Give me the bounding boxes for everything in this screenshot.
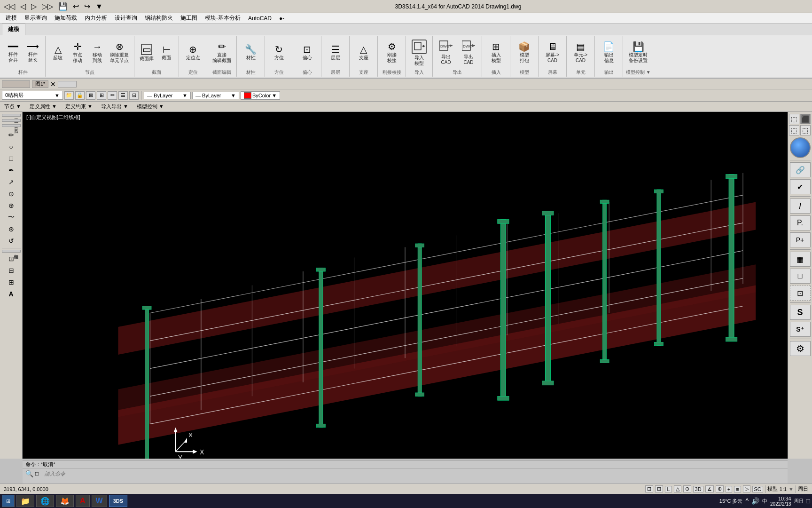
status-dyn-icon[interactable]: + xyxy=(726,486,732,492)
qa-btn-more[interactable]: ▼ xyxy=(94,1,105,12)
taskbar-acrobat-btn[interactable]: A xyxy=(76,495,90,507)
qa-btn-next[interactable]: ▷ xyxy=(29,1,39,12)
btn-screen-cad[interactable]: 🖥 屏幕->CAD xyxy=(543,37,562,68)
btn-import[interactable]: 导入模型 xyxy=(409,37,429,68)
menu-load[interactable]: 施加荷载 xyxy=(51,13,81,23)
taskbar-start-btn[interactable]: ⊞ xyxy=(2,495,15,507)
right-tool-pen-plus[interactable]: P+ xyxy=(790,232,811,247)
status-polar-icon[interactable]: △ xyxy=(674,485,681,492)
status-osnap-icon[interactable]: ⊙ xyxy=(683,485,691,492)
menu-display[interactable]: 显示查询 xyxy=(21,13,51,23)
btn-remove-dup[interactable]: ⊗ 刷除重复单元节点 xyxy=(108,37,131,68)
status-snap-icon[interactable]: ⊡ xyxy=(645,485,653,492)
side-label-length[interactable]: 长度 xyxy=(2,119,21,122)
right-tool-box-dotted[interactable]: ⊡ xyxy=(790,286,811,301)
qa-btn-save[interactable]: 💾 xyxy=(56,1,70,12)
btn-output[interactable]: 📄 输出信息 xyxy=(600,37,618,68)
tab-build[interactable]: 建模 xyxy=(2,24,25,35)
status-sc-icon[interactable]: SC xyxy=(752,486,763,492)
menu-build[interactable]: 建模 xyxy=(2,13,21,23)
right-tool-box-solid[interactable]: □ xyxy=(790,269,811,284)
taskbar-up-icon[interactable]: ^ xyxy=(745,497,749,505)
right-tool-s-plus[interactable]: S⁺ xyxy=(790,322,811,337)
btn-offset[interactable]: ⊡ 偏心 xyxy=(298,37,317,68)
btn-orientation[interactable]: ↻ 方位 xyxy=(270,37,289,68)
status-qp-icon[interactable]: ▷ xyxy=(743,485,750,492)
draw-tool-arrow[interactable]: ↗ xyxy=(2,176,21,188)
side-label-steelframe[interactable]: 钢竖框 xyxy=(2,250,21,253)
draw-tool-crosshair[interactable]: ⊕ xyxy=(2,200,21,211)
taskbar-word-btn[interactable]: W xyxy=(92,495,107,507)
draw-tool-pencil[interactable]: ✒ xyxy=(2,165,21,176)
draw-tool-circle[interactable]: ○ xyxy=(2,141,21,152)
btn-locate[interactable]: ⊕ 定位点 xyxy=(184,37,203,68)
draw-tool-box3[interactable]: ⊞ xyxy=(2,277,21,288)
status-3dsnap-icon[interactable]: 3D xyxy=(693,486,703,492)
draw-tool-box2[interactable]: ⊟ xyxy=(2,265,21,276)
draw-tool-wave[interactable]: 〜 xyxy=(2,212,21,223)
status-ortho-icon[interactable]: L xyxy=(665,486,671,492)
right-tool-pen[interactable]: P. xyxy=(790,215,811,230)
status-grid-icon[interactable]: ⊞ xyxy=(655,485,663,492)
layer-btn-delete[interactable]: ⊠ xyxy=(86,91,95,100)
draw-tool-rect[interactable]: □ xyxy=(2,153,21,164)
layer-btn-lock[interactable]: 🔒 xyxy=(75,91,85,100)
side-label-project[interactable]: 项目位置 xyxy=(2,114,21,117)
toolbar-import-export-btn[interactable]: 导入导出 ▼ xyxy=(99,102,131,111)
view-bottom-right[interactable]: ⬚ xyxy=(789,125,799,135)
right-tool-grid[interactable]: ▦ xyxy=(790,252,811,267)
qa-btn-undo[interactable]: ↩ xyxy=(71,1,81,12)
right-tool-text[interactable]: I xyxy=(790,198,811,214)
status-lweight-icon[interactable]: ≡ xyxy=(734,486,741,492)
layer-bycolor[interactable]: ByColor ▼ xyxy=(241,91,280,100)
status-ducs-icon[interactable]: ⊕ xyxy=(716,485,724,492)
btn-connection[interactable]: ⚙ 刚接校接 xyxy=(383,37,401,68)
draw-tool-spiral[interactable]: ⊛ xyxy=(2,223,21,235)
tab-item-1[interactable]: 图1* xyxy=(32,80,48,88)
layer-btn-folder[interactable]: 📁 xyxy=(64,91,74,100)
btn-edit-section[interactable]: ✏ 直接编辑截面 xyxy=(210,37,234,68)
menu-module[interactable]: 模块-基本分析 xyxy=(201,13,244,23)
btn-floor[interactable]: ☰ 层层 xyxy=(326,37,345,68)
view-bottom-left[interactable]: ⬚ xyxy=(800,125,811,135)
menu-autocad[interactable]: AutoCAD xyxy=(244,14,275,23)
toolbar-node-btn[interactable]: 节点 ▼ xyxy=(2,102,23,111)
right-tool-link[interactable]: 🔗 xyxy=(790,162,811,177)
menu-drawing[interactable]: 施工图 xyxy=(177,13,201,23)
draw-tool-arc[interactable]: ↺ xyxy=(2,235,21,246)
status-otrack-icon[interactable]: ∡ xyxy=(705,485,714,492)
draw-tool-pen[interactable]: ✏ xyxy=(2,129,21,141)
taskbar-firefox-btn[interactable]: 🦊 xyxy=(56,495,74,507)
taskbar-show-desktop-btn[interactable]: □ xyxy=(806,497,810,505)
menu-analysis[interactable]: 内力分析 xyxy=(81,13,111,23)
layer-btn-minus[interactable]: ⊟ xyxy=(129,91,139,100)
close-tab-btn[interactable]: ✕ xyxy=(50,80,56,88)
view-top-right[interactable]: ⬚ xyxy=(789,114,799,124)
qa-btn-fwd[interactable]: ▷▷ xyxy=(40,1,55,12)
side-label-node[interactable]: 节点 xyxy=(2,124,21,127)
menu-extra[interactable]: ●- xyxy=(275,14,288,23)
btn-export-cad2[interactable]: DWC 导出CAD xyxy=(458,37,479,68)
layer-btn-add[interactable]: ⊞ xyxy=(97,91,106,100)
taskbar-3ds-btn[interactable]: 3DS xyxy=(109,495,127,507)
btn-merge[interactable]: ━━ 杆件合并 xyxy=(4,37,23,68)
command-expand-icon[interactable]: □ xyxy=(35,470,43,477)
btn-move-node[interactable]: ✛ 节点移动 xyxy=(68,37,87,68)
btn-material[interactable]: 🔧 材性 xyxy=(242,37,260,68)
btn-model-backup[interactable]: 💾 模型定时备份设置 xyxy=(626,37,650,68)
toolbar-model-ctrl-btn[interactable]: 模型控制 ▼ xyxy=(134,102,166,111)
menu-fire[interactable]: 钢结构防火 xyxy=(141,13,177,23)
btn-export-cad[interactable]: DWG 导出CAD xyxy=(436,37,456,68)
taskbar-browser-btn[interactable]: 🌐 xyxy=(36,495,54,507)
btn-section[interactable]: ⊢ 截面 xyxy=(157,37,176,68)
qa-btn-back[interactable]: ◁◁ xyxy=(2,1,17,12)
right-tool-settings[interactable]: ⚙ xyxy=(790,341,811,356)
taskbar-explorer-btn[interactable]: 📁 xyxy=(16,495,34,507)
btn-insert[interactable]: ⊞ 插入模型 xyxy=(487,37,506,68)
draw-tool-text[interactable]: A xyxy=(2,288,21,300)
layer-dropdown[interactable]: 0结构层 ▼ xyxy=(2,91,63,100)
btn-extend[interactable]: ⟶ 杆件延长 xyxy=(23,37,42,68)
toolbar-define-constraint-btn[interactable]: 定义约束 ▼ xyxy=(63,102,95,111)
qa-btn-prev[interactable]: ◁ xyxy=(18,1,28,12)
btn-model-pack[interactable]: 📦 模型打包 xyxy=(515,37,534,68)
